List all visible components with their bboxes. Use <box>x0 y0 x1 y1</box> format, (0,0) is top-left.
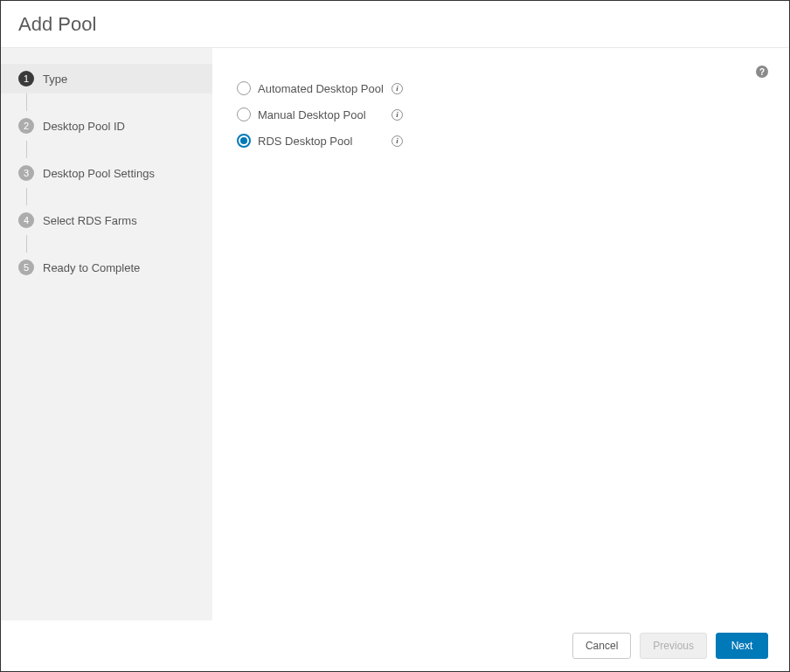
radio-option-manual[interactable]: Manual Desktop Pool i <box>237 107 768 121</box>
radio-label: Manual Desktop Pool <box>258 108 385 121</box>
step-number-badge: 5 <box>18 260 34 275</box>
step-label: Desktop Pool Settings <box>43 167 155 180</box>
step-label: Type <box>43 73 67 86</box>
previous-button: Previous <box>640 633 707 659</box>
step-label: Ready to Complete <box>43 261 140 274</box>
step-connector <box>26 141 27 158</box>
step-desktop-pool-settings[interactable]: 3 Desktop Pool Settings <box>1 158 212 188</box>
radio-option-automated[interactable]: Automated Desktop Pool i <box>237 81 768 95</box>
step-label: Desktop Pool ID <box>43 120 125 133</box>
radio-label: RDS Desktop Pool <box>258 135 385 148</box>
step-select-rds-farms[interactable]: 4 Select RDS Farms <box>1 205 212 235</box>
step-number-badge: 2 <box>18 118 34 134</box>
modal-title: Add Pool <box>18 13 772 36</box>
modal-header: Add Pool <box>1 1 789 48</box>
step-label: Select RDS Farms <box>43 214 137 227</box>
info-icon[interactable]: i <box>392 135 403 147</box>
radio-button[interactable] <box>237 107 251 121</box>
step-desktop-pool-id[interactable]: 2 Desktop Pool ID <box>1 111 212 141</box>
cancel-button[interactable]: Cancel <box>572 633 631 659</box>
radio-label: Automated Desktop Pool <box>258 82 385 95</box>
add-pool-modal: Add Pool 1 Type 2 Desktop Pool ID 3 Desk… <box>0 0 790 672</box>
step-number-badge: 3 <box>18 165 34 181</box>
step-ready-to-complete[interactable]: 5 Ready to Complete <box>1 253 212 282</box>
info-icon[interactable]: i <box>392 109 403 121</box>
modal-body: 1 Type 2 Desktop Pool ID 3 Desktop Pool … <box>1 48 789 620</box>
step-number-badge: 4 <box>18 212 34 228</box>
info-icon[interactable]: i <box>392 83 403 94</box>
wizard-sidebar: 1 Type 2 Desktop Pool ID 3 Desktop Pool … <box>1 48 212 620</box>
help-icon[interactable]: ? <box>756 66 768 78</box>
step-connector <box>26 94 27 111</box>
pool-type-radio-group: Automated Desktop Pool i Manual Desktop … <box>237 81 768 148</box>
step-number-badge: 1 <box>18 71 34 87</box>
radio-button[interactable] <box>237 134 251 148</box>
wizard-content: ? Automated Desktop Pool i Manual Deskto… <box>212 48 789 620</box>
radio-button[interactable] <box>237 81 251 95</box>
modal-footer: Cancel Previous Next <box>1 620 789 671</box>
step-connector <box>26 188 27 205</box>
radio-option-rds[interactable]: RDS Desktop Pool i <box>237 134 768 148</box>
step-type[interactable]: 1 Type <box>1 64 212 94</box>
next-button[interactable]: Next <box>716 633 768 659</box>
step-connector <box>26 235 27 253</box>
